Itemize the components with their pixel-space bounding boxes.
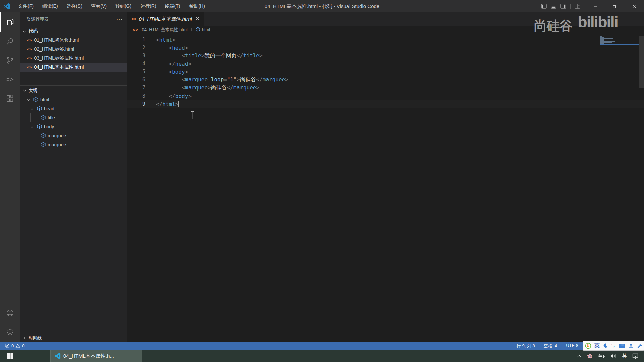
ime-toolbar: U 英 ’， xyxy=(583,341,644,351)
minimize-button[interactable] xyxy=(586,0,605,12)
editor-area: <> 04_HTML基本属性.html <> 04_HTML基本属性.html … xyxy=(127,12,644,342)
sogou-u-mode-icon[interactable]: U xyxy=(585,343,591,349)
breadcrumb-symbol[interactable]: html xyxy=(202,27,210,32)
sidebar-title: 资源管理器 xyxy=(26,16,48,22)
code-line-1[interactable]: 1<html> xyxy=(127,36,644,44)
sidebar-empty-space xyxy=(20,149,127,334)
code-line-6[interactable]: 6 <marquee loop="1">尚硅谷</marquee> xyxy=(127,76,644,84)
extensions-icon[interactable] xyxy=(0,89,20,108)
menu-item-6[interactable]: 终端(T) xyxy=(161,0,185,12)
outline-header[interactable]: 大纲 xyxy=(20,86,127,95)
code-line-2[interactable]: 2 <head> xyxy=(127,44,644,52)
code-editor[interactable]: 1<html>2 <head>3 <title>我的一个网页</title>4 … xyxy=(127,34,644,342)
chevron-down-icon xyxy=(26,98,30,102)
minimap-line xyxy=(600,41,615,42)
line-number: 5 xyxy=(127,69,145,75)
folder-row[interactable]: 代码 xyxy=(20,26,127,36)
line-content: </body> xyxy=(145,93,192,99)
code-line-4[interactable]: 4 </head> xyxy=(127,60,644,68)
minimap-line xyxy=(600,36,602,37)
battery-icon[interactable] xyxy=(598,354,605,359)
text-caret xyxy=(178,101,179,107)
menu-item-7[interactable]: 帮助(H) xyxy=(184,0,209,12)
menu-item-3[interactable]: 查看(V) xyxy=(87,0,111,12)
sogou-flower-icon[interactable] xyxy=(587,353,593,359)
menu-item-1[interactable]: 编辑(E) xyxy=(38,0,62,12)
outline-label: head xyxy=(44,106,54,111)
ime-settings-wrench-icon[interactable] xyxy=(637,343,642,348)
folder-name: 代码 xyxy=(28,28,38,34)
outline-item-marquee-5[interactable]: marquee xyxy=(20,140,127,149)
menu-item-0[interactable]: 文件(F) xyxy=(14,0,38,12)
vscode-logo xyxy=(3,3,10,10)
system-tray: 英 xyxy=(577,350,639,362)
toggle-sidebar-icon[interactable] xyxy=(541,3,547,9)
search-icon[interactable] xyxy=(0,32,20,51)
outline-label: html xyxy=(40,97,49,102)
line-number: 7 xyxy=(127,85,145,91)
sidebar-spacer xyxy=(20,72,127,85)
soft-keyboard-icon[interactable] xyxy=(619,343,625,348)
more-actions-icon[interactable]: ··· xyxy=(116,16,123,22)
customize-layout-icon[interactable] xyxy=(575,3,580,9)
run-debug-icon[interactable] xyxy=(0,70,20,89)
menu-item-5[interactable]: 运行(R) xyxy=(136,0,160,12)
problems-status[interactable]: 0 0 xyxy=(0,343,24,348)
indentation-status[interactable]: 空格: 4 xyxy=(544,343,557,349)
settings-gear-icon[interactable] xyxy=(0,322,20,342)
code-line-7[interactable]: 7 <marquee>尚硅谷</marquee> xyxy=(127,84,644,92)
menu-item-4[interactable]: 转到(G) xyxy=(111,0,136,12)
action-center-icon[interactable] xyxy=(632,353,639,359)
svg-text:U: U xyxy=(587,344,590,348)
timeline-title: 时间线 xyxy=(29,335,42,341)
ime-account-icon[interactable] xyxy=(628,343,634,348)
outline-item-marquee-4[interactable]: marquee xyxy=(20,131,127,140)
line-number: 1 xyxy=(127,37,145,43)
close-tab-icon[interactable] xyxy=(195,16,200,22)
activity-bar xyxy=(0,12,20,342)
file-row-2[interactable]: <>02_HTML标签.html xyxy=(20,45,127,54)
outline-item-title-2[interactable]: title xyxy=(20,113,127,122)
editor-scrollbar[interactable] xyxy=(639,36,644,88)
account-icon[interactable] xyxy=(0,303,20,322)
outline-item-body-3[interactable]: body xyxy=(20,122,127,131)
fullwidth-moon-icon[interactable] xyxy=(603,343,608,348)
encoding-status[interactable]: UTF-8 xyxy=(566,343,578,349)
tray-language-indicator[interactable]: 英 xyxy=(622,353,627,359)
punctuation-mode-icon[interactable]: ’， xyxy=(611,343,616,349)
status-bar: 0 0 行 9, 列 8 空格: 4 UTF-8 xyxy=(0,342,644,350)
volume-icon[interactable] xyxy=(610,353,617,359)
cursor-position-status[interactable]: 行 9, 列 8 xyxy=(517,343,535,349)
file-row-3[interactable]: <>03_HTML标签属性.html xyxy=(20,54,127,63)
symbol-cube-icon xyxy=(37,106,42,111)
task-label: 04_HTML基本属性.h... xyxy=(63,353,114,359)
source-control-icon[interactable] xyxy=(0,51,20,70)
ime-language-mode[interactable]: 英 xyxy=(594,342,600,349)
timeline-section[interactable]: 时间线 xyxy=(20,334,127,342)
file-row-4[interactable]: <>04_HTML基本属性.html xyxy=(20,63,127,72)
breadcrumb-file[interactable]: 04_HTML基本属性.html xyxy=(142,27,187,33)
toggle-secondary-sidebar-icon[interactable] xyxy=(560,3,566,9)
taskbar-vscode-task[interactable]: 04_HTML基本属性.h... xyxy=(50,350,142,362)
editor-tab[interactable]: <> 04_HTML基本属性.html xyxy=(127,12,204,26)
outline-item-html-0[interactable]: html xyxy=(20,95,127,104)
code-line-5[interactable]: 5 <body> xyxy=(127,68,644,76)
start-button[interactable] xyxy=(0,350,21,362)
menu-item-2[interactable]: 选择(S) xyxy=(62,0,87,12)
toggle-panel-icon[interactable] xyxy=(551,3,556,9)
code-line-9[interactable]: 9</html> xyxy=(127,100,644,108)
warning-icon xyxy=(15,343,20,348)
html-file-icon: <> xyxy=(27,56,32,61)
symbol-cube-icon xyxy=(195,27,200,33)
restore-button[interactable] xyxy=(605,0,625,12)
show-hidden-icons-chevron[interactable] xyxy=(577,353,582,359)
outline-item-head-1[interactable]: head xyxy=(20,104,127,113)
code-line-3[interactable]: 3 <title>我的一个网页</title> xyxy=(127,52,644,60)
line-number: 4 xyxy=(127,61,145,67)
file-row-1[interactable]: <>01_HTML初体验.html xyxy=(20,36,127,45)
close-button[interactable] xyxy=(625,0,644,12)
explorer-icon[interactable] xyxy=(0,12,20,32)
code-line-8[interactable]: 8 </body> xyxy=(127,92,644,100)
title-bar: 文件(F)编辑(E)选择(S)查看(V)转到(G)运行(R)终端(T)帮助(H)… xyxy=(0,0,644,12)
minimap-line xyxy=(600,40,604,41)
